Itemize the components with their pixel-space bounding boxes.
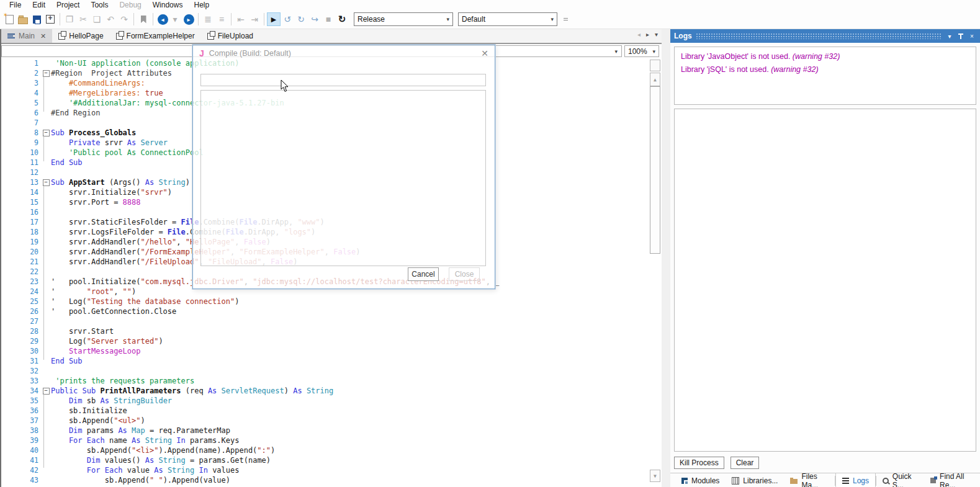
editor-vertical-scrollbar[interactable]: ▲ ▼ — [649, 59, 660, 487]
code-line-34[interactable]: 34−Public Sub PrintAllParameters (req As… — [1, 386, 662, 396]
tab-fileupload[interactable]: FileUpload — [201, 29, 259, 43]
menu-project[interactable]: Project — [51, 0, 85, 10]
pane-splitter[interactable] — [662, 29, 670, 487]
code-line-33[interactable]: 33 'prints the requests parameters — [1, 376, 662, 386]
code-token: As — [154, 466, 168, 475]
toolbar-overflow-icon[interactable] — [561, 14, 570, 24]
panel-menu-icon[interactable]: ▾ — [945, 33, 954, 40]
debug-step-into-icon[interactable]: ↻ — [294, 12, 308, 26]
tab-hellopage[interactable]: HelloPage — [52, 29, 109, 43]
bookmark-icon[interactable] — [137, 12, 150, 26]
open-project-icon[interactable] — [16, 12, 30, 26]
menu-edit[interactable]: Edit — [27, 0, 51, 10]
code-token: ) — [141, 416, 145, 425]
code-token: params.Keys — [190, 436, 239, 445]
scroll-down-icon[interactable]: ▼ — [650, 470, 660, 482]
code-line-35[interactable]: 35 Dim sb As StringBuilder — [1, 396, 662, 406]
pin-icon[interactable] — [958, 33, 964, 40]
tab-list-icon[interactable]: ▾ — [655, 31, 658, 38]
fold-margin[interactable]: − — [41, 386, 51, 396]
code-token: sb.Initialize — [51, 406, 127, 415]
kill-process-button[interactable]: Kill Process — [674, 457, 724, 469]
redo-icon[interactable]: ↷ — [117, 12, 131, 26]
cut-icon[interactable]: ✂ — [76, 12, 90, 26]
indent-icon[interactable]: ⇥ — [248, 12, 261, 26]
close-icon[interactable]: ✕ — [481, 48, 488, 58]
code-line-28[interactable]: 28 srvr.Start — [1, 326, 662, 336]
code-line-41[interactable]: 41 Dim values() As String = params.Get(n… — [1, 455, 662, 465]
code-token: srvr.Start — [51, 327, 114, 336]
save-icon[interactable] — [30, 12, 43, 26]
code-line-40[interactable]: 40 sb.Append("<li>").Append(name).Append… — [1, 445, 662, 455]
code-line-25[interactable]: 25' Log("Testing the database connection… — [1, 297, 662, 306]
fold-margin[interactable]: − — [41, 177, 51, 187]
code-line-37[interactable]: 37 sb.Append("<ul>") — [1, 416, 662, 426]
code-line-39[interactable]: 39 For Each name As String In params.Key… — [1, 436, 662, 445]
copy-icon[interactable]: ❐ — [63, 12, 76, 26]
tab-formexamplehelper[interactable]: FormExampleHelper — [110, 29, 201, 43]
run-icon[interactable]: ▶ — [267, 12, 281, 26]
build-configuration-combo[interactable]: Default ▾ — [458, 12, 557, 26]
code-line-31[interactable]: 31End Sub — [1, 356, 662, 366]
[interactable]: ▸ — [182, 12, 196, 26]
tool-tab-modules[interactable]: Modules — [675, 473, 726, 487]
logs-panel-header[interactable]: Logs ▾ × — [670, 29, 980, 43]
zoom-dropdown[interactable]: 100% ▾ — [624, 45, 659, 57]
code-token: "/hello" — [141, 238, 177, 246]
save-all-icon[interactable] — [43, 12, 57, 26]
rebuild-icon[interactable]: ↻ — [335, 12, 349, 26]
clear-button[interactable]: Clear — [731, 457, 760, 469]
build-mode-combo[interactable]: Release ▾ — [354, 12, 453, 26]
scroll-up-icon[interactable]: ▲ — [650, 73, 660, 86]
tool-tab-quick[interactable]: Quick S... — [876, 473, 924, 487]
tool-tab-libraries[interactable]: Libraries... — [726, 473, 784, 487]
tab-scroll-left-icon[interactable]: ◂ — [637, 31, 641, 38]
comment-icon[interactable]: ≣ — [201, 12, 215, 26]
compiler-warnings-box[interactable]: Library 'JavaObject' is not used. (warni… — [674, 47, 976, 105]
menu-help[interactable]: Help — [188, 0, 215, 10]
cancel-button[interactable]: Cancel — [408, 267, 439, 281]
menu-tools[interactable]: Tools — [85, 0, 114, 10]
code-line-43[interactable]: 43 sb.Append(" ").Append(value) — [1, 475, 662, 485]
compile-dialog-titlebar[interactable]: J Compile (Build: Default) ✕ — [193, 45, 495, 61]
fold-margin[interactable]: − — [41, 128, 51, 138]
scrollbar-thumb[interactable] — [650, 86, 660, 254]
tool-tab-findall[interactable]: Find All Re... — [924, 473, 980, 487]
back-icon[interactable]: ◂ — [158, 14, 168, 25]
close-icon[interactable]: ✕ — [40, 32, 46, 40]
paste-icon[interactable]: ❏ — [90, 12, 104, 26]
menu-file[interactable]: File — [4, 0, 27, 10]
code-token: StringBuilder — [114, 396, 172, 405]
toolbar-separator — [133, 13, 134, 25]
[interactable]: ◂ — [156, 12, 169, 26]
debug-resume-icon[interactable]: ↺ — [281, 12, 294, 26]
code-line-27[interactable]: 27 — [1, 316, 662, 326]
code-line-36[interactable]: 36 sb.Initialize — [1, 406, 662, 416]
log-output-box[interactable] — [674, 109, 976, 452]
menu-debug[interactable]: Debug — [114, 0, 146, 10]
tool-tab-logs[interactable]: Logs — [835, 473, 876, 487]
code-line-32[interactable]: 32 — [1, 366, 662, 376]
back-caret-icon[interactable]: ▾ — [168, 12, 182, 26]
tab-scroll-right-icon[interactable]: ▸ — [646, 31, 649, 38]
undo-icon[interactable]: ↶ — [104, 12, 117, 26]
code-line-29[interactable]: 29 Log("Server started") — [1, 336, 662, 346]
debug-step-over-icon[interactable]: ↪ — [308, 12, 321, 26]
close-icon[interactable]: × — [968, 33, 976, 40]
new-file-icon[interactable] — [2, 12, 16, 26]
uncomment-icon[interactable]: ≡ — [215, 12, 228, 26]
tool-tab-label: Find All Re... — [940, 472, 974, 487]
code-line-30[interactable]: 30 StartMessageLoop — [1, 346, 662, 356]
code-line-42[interactable]: 42 For Each value As String In values — [1, 465, 662, 475]
stop-icon[interactable]: ■ — [321, 12, 335, 26]
tool-tab-files[interactable]: Files Ma... — [784, 473, 835, 487]
fold-margin[interactable]: − — [41, 68, 51, 78]
code-line-38[interactable]: 38 Dim params As Map = req.ParameterMap — [1, 426, 662, 436]
code-line-26[interactable]: 26' pool.GetConnection.Close — [1, 306, 662, 316]
tab-main[interactable]: Main✕ — [1, 29, 52, 43]
warning-text: Library 'JavaObject' is not used. — [681, 52, 793, 61]
menu-windows[interactable]: Windows — [147, 0, 189, 10]
forward-icon[interactable]: ▸ — [184, 14, 194, 25]
split-handle[interactable] — [650, 60, 660, 71]
outdent-icon[interactable]: ⇤ — [234, 12, 248, 26]
